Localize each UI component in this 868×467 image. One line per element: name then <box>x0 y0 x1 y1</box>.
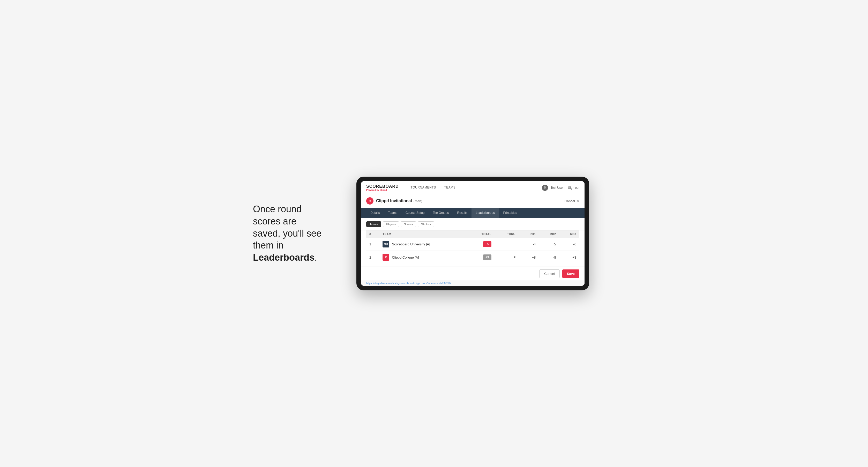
filter-scores[interactable]: Scores <box>401 221 416 227</box>
avatar: S <box>542 185 548 191</box>
cancel-button[interactable]: Cancel <box>539 270 559 278</box>
col-thru: THRU <box>495 230 519 238</box>
user-name: Test User | <box>551 186 565 190</box>
team-logo: SU <box>382 241 389 247</box>
tournament-icon: C <box>366 197 373 205</box>
total-badge: -5 <box>483 241 491 247</box>
nav-tournaments[interactable]: TOURNAMENTS <box>407 181 440 194</box>
team-logo: C <box>382 254 389 261</box>
cell-rank: 1 <box>366 238 379 251</box>
tab-leaderboards[interactable]: Leaderboards <box>471 208 499 218</box>
cell-rd2: -8 <box>539 251 559 264</box>
tab-printables[interactable]: Printables <box>499 208 521 218</box>
table-body: 1 SU Scoreboard University [A] -5 F -4 +… <box>366 238 579 264</box>
modal-footer: Cancel Save <box>361 267 585 281</box>
logo-area: SCOREBOARD Powered by clippd <box>366 184 399 191</box>
cell-total: +3 <box>468 251 494 264</box>
cell-team: SU Scoreboard University [A] <box>379 238 468 251</box>
tournament-subtitle: (Men) <box>413 199 422 203</box>
cell-rd3: -6 <box>559 238 579 251</box>
team-name: Scoreboard University [A] <box>392 242 430 246</box>
status-bar: https://stage-blue-coach.stagescoreboard… <box>361 281 585 286</box>
cell-rd1: +8 <box>519 251 539 264</box>
desc-line4: them in <box>253 240 283 251</box>
nav-teams[interactable]: TEAMS <box>440 181 460 194</box>
tab-results[interactable]: Results <box>453 208 471 218</box>
table-row: 2 C Clippd College [A] +3 F +8 -8 +3 <box>366 251 579 264</box>
cell-thru: F <box>495 238 519 251</box>
close-icon: ✕ <box>576 198 579 204</box>
col-rd3: RD3 <box>559 230 579 238</box>
cell-rd2: +5 <box>539 238 559 251</box>
col-rd1: RD1 <box>519 230 539 238</box>
logo-title: SCOREBOARD <box>366 184 399 189</box>
tablet-frame: SCOREBOARD Powered by clippd TOURNAMENTS… <box>356 177 589 290</box>
team-name: Clippd College [A] <box>392 255 419 259</box>
tournament-header: C Clippd Invitational (Men) Cancel ✕ <box>361 194 585 208</box>
cell-rank: 2 <box>366 251 379 264</box>
tablet-screen: SCOREBOARD Powered by clippd TOURNAMENTS… <box>361 181 585 286</box>
col-rank: # <box>366 230 379 238</box>
tab-course-setup[interactable]: Course Setup <box>401 208 429 218</box>
sign-out-link[interactable]: Sign out <box>568 186 579 190</box>
cell-total: -5 <box>468 238 494 251</box>
logo-subtitle: Powered by clippd <box>366 189 399 191</box>
desc-line5-bold: Leaderboards <box>253 252 314 263</box>
col-team: TEAM <box>379 230 468 238</box>
tab-bar: Details Teams Course Setup Tee Groups Re… <box>361 208 585 218</box>
cell-rd1: -4 <box>519 238 539 251</box>
tab-tee-groups[interactable]: Tee Groups <box>429 208 453 218</box>
total-badge: +3 <box>483 254 491 260</box>
tab-details[interactable]: Details <box>366 208 384 218</box>
cell-thru: F <box>495 251 519 264</box>
desc-line5-end: . <box>314 252 317 263</box>
leaderboard-container: # TEAM TOTAL THRU RD1 RD2 RD3 1 SU <box>361 230 585 267</box>
filter-bar: Teams Players Scores Strokes <box>361 218 585 230</box>
table-row: 1 SU Scoreboard University [A] -5 F -4 +… <box>366 238 579 251</box>
nav-links: TOURNAMENTS TEAMS <box>407 181 460 194</box>
desc-line2: scores are <box>253 216 297 226</box>
page-wrapper: Once round scores are saved, you'll see … <box>253 177 615 290</box>
cell-team: C Clippd College [A] <box>379 251 468 264</box>
col-total: TOTAL <box>468 230 494 238</box>
left-description: Once round scores are saved, you'll see … <box>253 203 336 264</box>
filter-teams[interactable]: Teams <box>366 221 381 227</box>
desc-line3: saved, you'll see <box>253 228 321 239</box>
top-nav: SCOREBOARD Powered by clippd TOURNAMENTS… <box>361 181 585 194</box>
status-url: https://stage-blue-coach.stagescoreboard… <box>366 282 451 285</box>
save-button[interactable]: Save <box>562 270 579 278</box>
cell-rd3: +3 <box>559 251 579 264</box>
tab-teams[interactable]: Teams <box>384 208 401 218</box>
col-rd2: RD2 <box>539 230 559 238</box>
desc-line1: Once round <box>253 204 302 214</box>
table-header-row: # TEAM TOTAL THRU RD1 RD2 RD3 <box>366 230 579 238</box>
tournament-title: Clippd Invitational <box>376 198 412 203</box>
leaderboard-table: # TEAM TOTAL THRU RD1 RD2 RD3 1 SU <box>366 230 579 264</box>
nav-right: S Test User | Sign out <box>542 185 579 191</box>
filter-players[interactable]: Players <box>383 221 399 227</box>
cancel-header-button[interactable]: Cancel ✕ <box>565 198 579 204</box>
filter-strokes[interactable]: Strokes <box>418 221 434 227</box>
